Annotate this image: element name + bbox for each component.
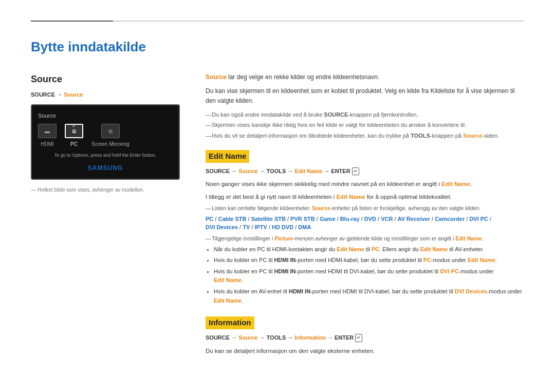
note2: Skjermen vises kanskje ikke riktig hvis … — [206, 121, 524, 129]
samsung-logo: SAMSUNG — [38, 163, 173, 173]
source-keyword-intro: Source — [206, 73, 227, 81]
list-note: Listen kan omfatte følgende kildeenheter… — [206, 204, 524, 213]
note1: Du kan også endre inndatakilde ved å bru… — [206, 110, 524, 119]
hdmi-icon-box: ▬ — [38, 124, 57, 138]
edit-name-heading: Edit Name — [206, 150, 249, 163]
information-heading: Information — [206, 316, 254, 329]
page-title: Bytte inndatakilde — [31, 37, 524, 57]
source-bold: SOURCE — [324, 111, 348, 118]
tv-icon-screen-mirroring: ⊞ Screen Mirroring — [91, 124, 130, 148]
source-path-keyword: SOURCE → — [31, 91, 64, 98]
tv-icon-hdmi: ▬ HDMI — [38, 124, 57, 148]
pc-label: PC — [70, 140, 78, 148]
right-column: Source lar deg velge en rekke kilder og … — [206, 72, 524, 359]
tv-icon-pc: ✓ 🖥 PC — [65, 124, 83, 148]
checkmark-icon: ✓ — [72, 122, 76, 129]
hdmi-symbol: ▬ — [45, 127, 50, 135]
enter-icon-edit: ↵ — [352, 167, 359, 176]
picture-note: Tilgjengelige innstillinger i Picture-me… — [206, 235, 524, 243]
enter-icon-info: ↵ — [355, 334, 362, 342]
screen-title: Source — [38, 111, 173, 120]
bullet-item-1: Når du kobler en PC til HDMI-kontakten a… — [214, 245, 524, 254]
edit-name-line1: Noen ganger vises ikke skjermen skikkeli… — [206, 179, 524, 189]
pc-icon-box: ✓ 🖥 — [65, 124, 83, 138]
bullet-list: Når du kobler en PC til HDMI-kontakten a… — [214, 245, 524, 306]
main-layout: Source SOURCE → Source Source ▬ HDMI ✓ 🖥 — [31, 72, 524, 359]
intro-line1: Source lar deg velge en rekke kilder og … — [206, 72, 524, 82]
screen-mirroring-label: Screen Mirroring — [91, 140, 130, 148]
bullet-item-2: Hvis du kobler en PC til HDMI IN-porten … — [214, 256, 524, 265]
edit-name-path: SOURCE → Source → TOOLS → Edit Name → EN… — [206, 167, 524, 176]
footnote: Hvilket bilde som vises, avhenger av mod… — [31, 186, 185, 194]
intro-text1: lar deg velge en rekke kilder og endre k… — [228, 73, 379, 81]
note3: Hvis du vil se detaljert informasjon om … — [206, 132, 524, 140]
information-path: SOURCE → Source → TOOLS → Information → … — [206, 333, 524, 342]
source-section-title: Source — [31, 72, 185, 86]
tv-screen-mockup: Source ▬ HDMI ✓ 🖥 PC ⊞ — [31, 104, 180, 180]
source-path: SOURCE → Source — [31, 90, 185, 99]
left-column: Source SOURCE → Source Source ▬ HDMI ✓ 🖥 — [31, 72, 185, 359]
source-path-orange: Source — [64, 91, 83, 98]
device-list-text: PC / Cable STB / Satellite STB / PVR STB… — [206, 215, 524, 232]
top-divider — [31, 21, 524, 22]
edit-name-line2: I tillegg er det best å gi nytt navn til… — [206, 192, 524, 201]
information-line: Du kan se detaljert informasjon om den v… — [206, 346, 524, 356]
screen-mirroring-symbol: ⊞ — [108, 127, 113, 135]
tv-icon-list: ▬ HDMI ✓ 🖥 PC ⊞ Screen Mirroring — [38, 124, 173, 148]
intro-line2: Du kan vise skjermen til en kildeenhet s… — [206, 86, 524, 106]
hint-text: To go to Options, press and hold the Ent… — [38, 152, 173, 159]
bullet-item-3: Hvis du kobler en PC til HDMI IN-porten … — [214, 267, 524, 285]
hdmi-label: HDMI — [41, 140, 54, 148]
screen-mirroring-icon-box: ⊞ — [101, 124, 120, 138]
bullet-item-4: Hvis du kobler en AV-enhet til HDMI IN-p… — [214, 287, 524, 305]
